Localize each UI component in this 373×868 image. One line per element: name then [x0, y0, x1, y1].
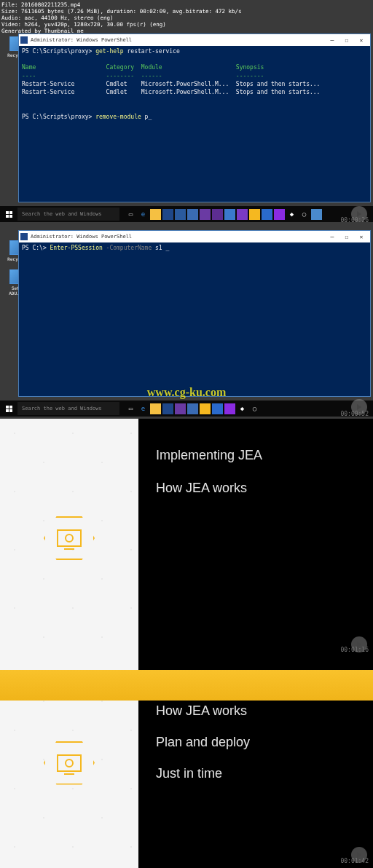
edge-icon[interactable]: e: [138, 209, 149, 220]
search-input[interactable]: Search the web and Windows: [17, 208, 119, 221]
cmd-arg: restart-service: [124, 48, 180, 55]
app-icon[interactable]: [212, 403, 223, 414]
app-icon[interactable]: [237, 209, 248, 220]
powershell-window-1[interactable]: Administrator: Windows PowerShell ─ ☐ ✕ …: [18, 33, 371, 202]
taskbar-icons: ▭ e ◆ ○: [125, 209, 322, 220]
watermark: www.cg-ku.com: [147, 386, 226, 399]
task-view-icon[interactable]: ▭: [125, 403, 136, 414]
start-button[interactable]: [0, 206, 17, 222]
window-controls: ─ ☐ ✕: [325, 35, 369, 45]
row-mod: Microsoft.PowerShell.M...: [141, 89, 229, 95]
app-icon[interactable]: [249, 209, 260, 220]
window-title: Administrator: Windows PowerShell: [31, 37, 132, 43]
timestamp: 00:01:42: [340, 858, 369, 864]
explorer-icon[interactable]: [150, 209, 161, 220]
slide-graphic: [0, 419, 138, 658]
slide-line: Implementing JEA: [156, 448, 356, 463]
divider-bar: [0, 670, 373, 701]
close-button[interactable]: ✕: [354, 232, 369, 242]
col-synopsis: Synopsis: [236, 64, 264, 71]
slide-line: Plan and deploy: [156, 735, 356, 750]
powershell-ise-icon[interactable]: [175, 209, 186, 220]
timestamp: 00:00:52: [340, 411, 369, 417]
windows-logo-icon: [6, 211, 12, 218]
timestamp: 00:01:16: [340, 647, 369, 653]
titlebar[interactable]: Administrator: Windows PowerShell ─ ☐ ✕: [19, 34, 370, 46]
app-icon[interactable]: [187, 209, 198, 220]
slide-content: Implementing JEA How JEA works: [138, 419, 373, 658]
meta-generated: Generated by Thumbnail me: [1, 28, 242, 34]
col-name: Name: [22, 64, 36, 71]
row-cat: Cmdlet: [106, 89, 127, 95]
row-mod: Microsoft.PowerShell.M...: [141, 81, 229, 87]
maximize-button[interactable]: ☐: [339, 232, 354, 242]
app-icon[interactable]: ○: [249, 403, 260, 414]
row-syn: Stops and then starts...: [236, 89, 321, 95]
prompt-path: PS C:\Scripts\proxy>: [22, 48, 95, 55]
task-view-icon[interactable]: ▭: [125, 209, 136, 220]
app-icon[interactable]: [200, 403, 211, 414]
window-title: Administrator: Windows PowerShell: [31, 234, 132, 240]
cmd-arg: p_: [141, 114, 152, 120]
hex-icon: [36, 505, 102, 571]
windows-logo-icon: [6, 406, 12, 412]
prompt-path: PS C:\>: [22, 245, 50, 251]
meta-size: Size: 7611605 bytes (7.26 MiB), duration…: [1, 8, 242, 15]
col-un: --------: [236, 73, 264, 79]
powershell-icon[interactable]: [162, 403, 173, 414]
start-button[interactable]: [0, 401, 17, 417]
titlebar[interactable]: Administrator: Windows PowerShell ─ ☐ ✕: [19, 231, 370, 242]
app-icon[interactable]: ○: [299, 209, 310, 220]
row-name: Restart-Service: [22, 89, 74, 95]
col-category: Category: [106, 64, 135, 71]
powershell-icon: [20, 233, 28, 240]
taskbar[interactable]: Search the web and Windows ▭ e ◆ ○: [0, 401, 373, 417]
slide-3: Implementing JEA How JEA works: [0, 419, 373, 658]
col-un: ------: [141, 73, 162, 79]
app-icon[interactable]: ◆: [286, 209, 297, 220]
edge-icon[interactable]: e: [138, 403, 149, 414]
prompt-path: PS C:\Scripts\proxy>: [22, 114, 95, 120]
meta-video: Video: h264, yuv420p, 1280x720, 30.00 fp…: [1, 21, 242, 28]
app-icon[interactable]: [224, 209, 235, 220]
timestamp: 00:00:26: [340, 217, 369, 224]
hex-icon: [36, 730, 102, 796]
cmdlet: Enter-PSSession: [50, 245, 103, 251]
row-syn: Stops and then starts...: [236, 81, 321, 87]
powershell-window-2[interactable]: Administrator: Windows PowerShell ─ ☐ ✕ …: [18, 230, 371, 397]
app-icon[interactable]: [311, 209, 322, 220]
vs-icon[interactable]: [212, 209, 223, 220]
col-un: --------: [106, 73, 135, 79]
terminal-body[interactable]: PS C:\Scripts\proxy> get-help restart-se…: [19, 46, 370, 202]
row-name: Restart-Service: [22, 81, 74, 87]
col-un: ----: [22, 73, 36, 79]
brave-icon[interactable]: [224, 403, 235, 414]
minimize-button[interactable]: ─: [325, 35, 339, 45]
row-cat: Cmdlet: [106, 81, 127, 87]
maximize-button[interactable]: ☐: [339, 35, 354, 45]
app-icon[interactable]: [187, 403, 198, 414]
app-icon[interactable]: ◆: [237, 403, 248, 414]
window-controls: ─ ☐ ✕: [325, 232, 369, 242]
taskbar[interactable]: Search the web and Windows ▭ e ◆ ○: [0, 206, 373, 222]
meta-audio: Audio: aac, 44100 Hz, stereo (eng): [1, 15, 242, 21]
slide-line: How JEA works: [156, 481, 356, 496]
close-button[interactable]: ✕: [354, 35, 369, 45]
app-icon[interactable]: [262, 209, 272, 220]
slide-line: Just in time: [156, 766, 356, 781]
powershell-icon: [20, 36, 28, 44]
meta-file: File: 20160802211235.mp4: [1, 1, 242, 8]
app-icon[interactable]: [200, 209, 211, 220]
terminal-body[interactable]: PS C:\> Enter-PSSession -ComputerName s1…: [19, 242, 370, 396]
cmdlet: remove-module: [95, 114, 141, 120]
brave-icon[interactable]: [274, 209, 285, 220]
param: -ComputerName: [103, 245, 152, 251]
explorer-icon[interactable]: [150, 403, 161, 414]
cmdlet: get-help: [95, 48, 124, 55]
powershell-icon[interactable]: [162, 209, 173, 220]
search-input[interactable]: Search the web and Windows: [17, 402, 119, 415]
taskbar-icons: ▭ e ◆ ○: [125, 403, 260, 414]
minimize-button[interactable]: ─: [325, 232, 339, 242]
cmd-arg: s1 _: [152, 245, 169, 251]
app-icon[interactable]: [175, 403, 186, 414]
